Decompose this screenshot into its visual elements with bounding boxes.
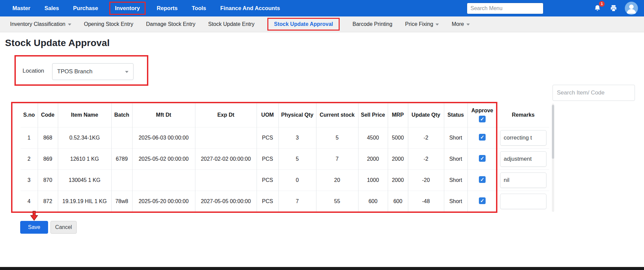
cell-mft-dt	[132, 169, 195, 191]
main-menu: Master Sales Purchase Inventory Reports …	[12, 4, 280, 12]
subnav-item-stock-update-approval[interactable]: Stock Update Approval	[267, 18, 340, 31]
cell-approve	[467, 127, 497, 148]
col-header-sell-price: Sell Price	[358, 103, 388, 127]
notification-count-badge: 1	[599, 1, 605, 7]
cell-approve	[467, 169, 497, 191]
cell-item-name: 130045 1 KG	[58, 169, 111, 191]
cell-sell-price: 4500	[358, 127, 388, 148]
cell-exp-dt: 2027-05-05 00:00:00	[195, 191, 257, 212]
nav-item-tools[interactable]: Tools	[192, 5, 206, 11]
table-scrollbar[interactable]	[552, 104, 554, 212]
col-header-sno: S.no	[21, 103, 38, 127]
cell-item-name: 19.19.19 HIL 1 KG	[58, 191, 111, 212]
cell-approve	[467, 148, 497, 169]
cell-update-qty: -48	[408, 191, 444, 212]
cell-exp-dt: 2027-02-02 00:00:00	[195, 148, 257, 169]
table-row: 3 870 130045 1 KG PCS 0 20 1000 2000 -20…	[21, 169, 549, 191]
notification-bell-icon[interactable]: 1	[593, 4, 602, 13]
approve-checkbox[interactable]	[479, 176, 486, 183]
chevron-down-icon	[435, 24, 439, 26]
subnav-item-label: Damage Stock Entry	[146, 21, 195, 27]
subnav-item-barcode-printing[interactable]: Barcode Printing	[352, 21, 392, 27]
nav-item-finance-and-accounts[interactable]: Finance And Accounts	[220, 5, 280, 11]
cell-batch: 6789	[111, 148, 132, 169]
location-label: Location	[23, 68, 44, 74]
cell-remarks	[497, 148, 549, 169]
approve-header-label: Approve	[471, 108, 493, 114]
cell-sno: 3	[21, 169, 38, 191]
col-header-remarks: Remarks	[497, 103, 549, 127]
cell-uom: PCS	[257, 191, 278, 212]
chevron-down-icon	[466, 24, 470, 26]
cell-uom: PCS	[257, 127, 278, 148]
table-row: 1 868 0.52.34-1KG 2025-06-03 00:00:00 PC…	[21, 127, 549, 148]
cell-mrp: 2000	[388, 169, 408, 191]
stock-update-table: S.no Code Item Name Batch Mft Dt Exp Dt …	[21, 103, 549, 212]
nav-item-sales[interactable]: Sales	[44, 5, 59, 11]
print-icon[interactable]	[609, 4, 618, 13]
cell-update-qty: -2	[408, 148, 444, 169]
subnav-item-inventory-classification[interactable]: Inventory Classification	[10, 21, 71, 27]
nav-item-inventory[interactable]: Inventory	[109, 2, 146, 15]
cell-current-stock: 7	[316, 148, 358, 169]
remarks-input[interactable]	[500, 194, 546, 209]
cell-sell-price: 600	[358, 191, 388, 212]
nav-item-purchase[interactable]: Purchase	[73, 5, 98, 11]
subnav-item-price-fixing[interactable]: Price Fixing	[405, 21, 439, 27]
cancel-button[interactable]: Cancel	[50, 221, 77, 234]
cell-mft-dt: 2025-05-02 00:00:00	[132, 148, 195, 169]
chevron-down-icon	[68, 24, 71, 26]
cell-remarks	[497, 127, 549, 148]
cell-remarks	[497, 169, 549, 191]
cell-item-name: 0.52.34-1KG	[58, 127, 111, 148]
subnav-item-damage-stock-entry[interactable]: Damage Stock Entry	[146, 21, 195, 27]
cell-item-name: 12610 1 KG	[58, 148, 111, 169]
approve-checkbox[interactable]	[479, 197, 486, 204]
nav-item-reports[interactable]: Reports	[157, 5, 178, 11]
cell-status: Short	[444, 191, 467, 212]
col-header-status: Status	[444, 103, 467, 127]
cell-current-stock: 5	[316, 127, 358, 148]
cell-sno: 1	[21, 127, 38, 148]
approve-checkbox[interactable]	[479, 155, 486, 162]
user-avatar[interactable]	[625, 2, 638, 15]
subnav-item-label: Stock Update Entry	[208, 21, 255, 27]
top-navigation-bar: Master Sales Purchase Inventory Reports …	[0, 0, 644, 16]
cell-status: Short	[444, 169, 467, 191]
cell-current-stock: 55	[316, 191, 358, 212]
scrollbar-thumb[interactable]	[552, 105, 554, 159]
col-header-batch: Batch	[111, 103, 132, 127]
menu-search-input[interactable]	[467, 3, 543, 14]
table-header-row: S.no Code Item Name Batch Mft Dt Exp Dt …	[21, 103, 549, 127]
subnav-item-stock-update-entry[interactable]: Stock Update Entry	[208, 21, 255, 27]
cell-batch	[111, 127, 132, 148]
cell-mrp: 600	[388, 191, 408, 212]
table-row: 4 872 19.19.19 HIL 1 KG 78w8 2025-05-20 …	[21, 191, 549, 212]
nav-item-master[interactable]: Master	[12, 5, 30, 11]
remarks-input[interactable]	[500, 151, 546, 167]
cell-sell-price: 1000	[358, 169, 388, 191]
location-select[interactable]: TPOS Branch	[52, 63, 134, 80]
remarks-input[interactable]	[500, 130, 546, 146]
item-search-input[interactable]	[557, 89, 631, 96]
cell-sno: 4	[21, 191, 38, 212]
remarks-input[interactable]	[500, 172, 546, 188]
cell-code: 872	[38, 191, 58, 212]
inventory-sub-menu: Inventory Classification Opening Stock E…	[0, 16, 644, 32]
save-button[interactable]: Save	[20, 221, 48, 234]
table-row: 2 869 12610 1 KG 6789 2025-05-02 00:00:0…	[21, 148, 549, 169]
cell-physical-qty: 7	[278, 191, 316, 212]
subnav-item-label: Opening Stock Entry	[84, 21, 134, 27]
cell-batch	[111, 169, 132, 191]
subnav-item-opening-stock-entry[interactable]: Opening Stock Entry	[84, 21, 134, 27]
subnav-item-more[interactable]: More	[452, 21, 469, 27]
approve-all-checkbox[interactable]	[479, 116, 486, 122]
cell-exp-dt	[195, 127, 257, 148]
cell-status: Short	[444, 127, 467, 148]
location-panel-annotation-box: Location TPOS Branch	[14, 55, 148, 86]
bottom-edge-bar	[0, 267, 644, 270]
approve-checkbox[interactable]	[479, 134, 486, 141]
cell-exp-dt	[195, 169, 257, 191]
cell-physical-qty: 5	[278, 148, 316, 169]
cell-update-qty: -20	[408, 169, 444, 191]
